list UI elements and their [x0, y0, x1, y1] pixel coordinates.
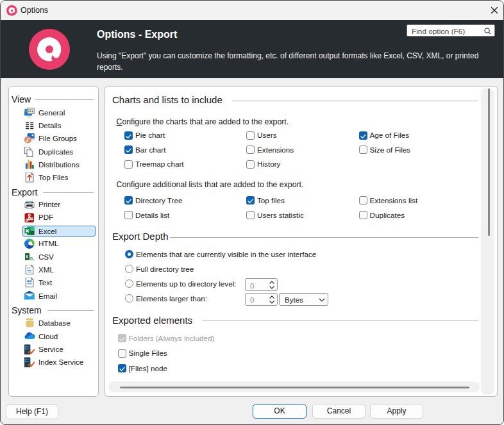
- svg-text:a,: a,: [29, 254, 35, 261]
